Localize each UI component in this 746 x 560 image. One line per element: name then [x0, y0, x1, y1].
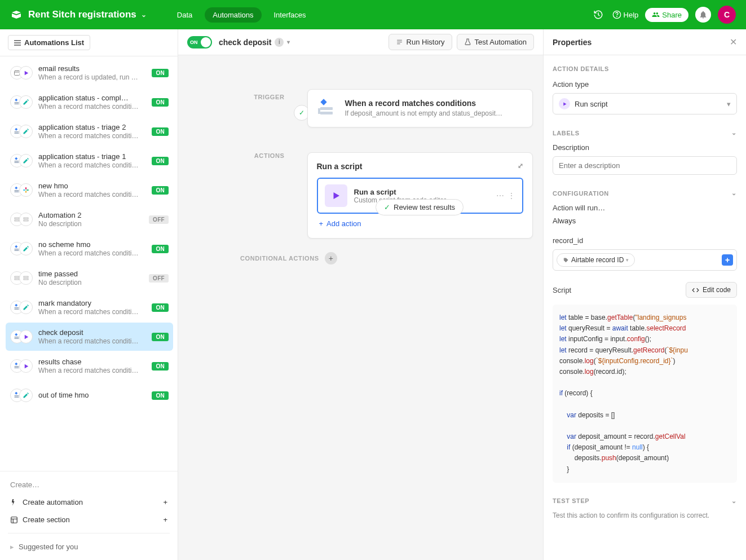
- svg-rect-41: [15, 397, 19, 398]
- trigger-card[interactable]: When a record matches conditions If depo…: [307, 89, 533, 127]
- user-avatar[interactable]: C: [718, 6, 736, 24]
- record-id-input[interactable]: Airtable record ID ▾ +: [553, 249, 737, 271]
- create-section[interactable]: Create section +: [8, 511, 170, 528]
- chevron-down-icon: ▾: [626, 257, 629, 263]
- action-group-title: Run a script: [317, 162, 363, 171]
- svg-rect-42: [11, 517, 17, 523]
- info-icon[interactable]: i: [275, 38, 284, 47]
- add-input-button[interactable]: +: [722, 254, 733, 266]
- automation-list-item[interactable]: time passed No description OFF: [6, 264, 173, 292]
- svg-rect-46: [318, 108, 320, 114]
- test-step-section[interactable]: TEST STEP⌄: [553, 497, 737, 505]
- automation-list-item[interactable]: new hmo When a record matches conditi… O…: [6, 176, 173, 204]
- automation-list-item[interactable]: no scheme hmo When a record matches cond…: [6, 235, 173, 263]
- add-conditional-button[interactable]: +: [325, 252, 337, 264]
- svg-rect-13: [15, 190, 19, 191]
- automation-icons: [10, 328, 33, 345]
- edit-code-button[interactable]: Edit code: [686, 282, 737, 298]
- automation-title: application status - compl…: [38, 94, 152, 102]
- status-badge: ON: [152, 333, 169, 341]
- svg-point-1: [616, 16, 617, 17]
- record-id-chip[interactable]: Airtable record ID ▾: [557, 253, 635, 267]
- test-automation-button[interactable]: Test Automation: [457, 34, 535, 50]
- properties-title: Properties: [553, 38, 591, 47]
- automation-list-item[interactable]: check deposit When a record matches cond…: [6, 323, 173, 351]
- automation-list-item[interactable]: email results When a record is updated, …: [6, 59, 173, 87]
- svg-rect-31: [15, 307, 19, 308]
- notifications-button[interactable]: [695, 7, 711, 23]
- automations-list-button[interactable]: Automations List: [8, 35, 90, 50]
- suggested-for-you[interactable]: ▸ Suggested for you: [8, 538, 170, 555]
- svg-rect-15: [25, 187, 27, 189]
- automation-list-item[interactable]: application status - compl… When a recor…: [6, 88, 173, 116]
- base-title[interactable]: Rent Sitch registrations⌄: [28, 9, 147, 20]
- svg-rect-12: [15, 187, 17, 189]
- nav-automations[interactable]: Automations: [205, 7, 261, 23]
- conditions-icon: [318, 99, 338, 118]
- automation-title: out of time hmo: [38, 391, 152, 399]
- automation-icons: [10, 152, 33, 169]
- svg-rect-4: [15, 102, 19, 103]
- automation-icons: [10, 64, 33, 81]
- share-button[interactable]: Share: [645, 8, 688, 22]
- automation-icons: [10, 182, 33, 199]
- status-badge: ON: [152, 98, 169, 107]
- create-link[interactable]: Create…: [8, 476, 170, 493]
- svg-rect-11: [15, 162, 19, 164]
- automation-subtitle: No description: [38, 220, 149, 228]
- automation-title: no scheme hmo: [38, 240, 152, 249]
- help-button[interactable]: Help: [612, 10, 639, 19]
- chevron-down-icon: ⌄: [141, 11, 147, 19]
- automation-title: application status - triage 2: [38, 123, 152, 131]
- step-menu-icon[interactable]: ⋯: [496, 191, 504, 200]
- svg-rect-3: [15, 99, 17, 102]
- automation-title: application status - triage 1: [38, 152, 152, 161]
- close-icon[interactable]: ✕: [730, 37, 737, 47]
- svg-rect-38: [15, 368, 19, 369]
- history-icon[interactable]: [591, 7, 606, 22]
- create-automation[interactable]: Create automation +: [8, 493, 170, 511]
- status-badge: ON: [152, 245, 169, 253]
- drag-handle-icon[interactable]: ⋮: [507, 191, 515, 200]
- step-title: Run a script: [354, 188, 489, 196]
- status-badge: ON: [152, 127, 169, 136]
- check-icon: ✓: [384, 203, 390, 211]
- svg-rect-5: [15, 104, 19, 105]
- svg-rect-29: [24, 279, 28, 280]
- automation-list-item[interactable]: out of time hmo ON: [6, 381, 173, 409]
- status-badge: ON: [152, 362, 169, 371]
- automation-list-item[interactable]: results chase When a record matches cond…: [6, 352, 173, 380]
- automation-name[interactable]: check deposit i ▾: [219, 38, 290, 47]
- automation-list-item[interactable]: mark mandatory When a record matches con…: [6, 293, 173, 321]
- description-input[interactable]: [553, 156, 737, 175]
- airtable-logo-icon[interactable]: [10, 8, 23, 21]
- description-label: Description: [553, 143, 737, 152]
- automation-toggle[interactable]: ON: [187, 36, 212, 48]
- svg-rect-34: [15, 337, 19, 338]
- nav-data[interactable]: Data: [169, 7, 200, 23]
- nav-interfaces[interactable]: Interfaces: [266, 7, 314, 23]
- add-action-button[interactable]: + Add action: [317, 214, 523, 229]
- automation-title: Automation 2: [38, 211, 149, 219]
- action-type-label: Action type: [553, 80, 737, 89]
- svg-rect-20: [15, 220, 19, 221]
- automation-title: new hmo: [38, 182, 152, 190]
- tag-icon: [563, 257, 569, 263]
- status-badge: OFF: [149, 274, 169, 283]
- configuration-section[interactable]: CONFIGURATION⌄: [553, 189, 737, 197]
- automation-list-item[interactable]: application status - triage 1 When a rec…: [6, 147, 173, 175]
- svg-rect-8: [15, 133, 19, 134]
- automation-list-item[interactable]: application status - triage 2 When a rec…: [6, 117, 173, 145]
- svg-rect-35: [15, 338, 19, 339]
- svg-rect-27: [15, 279, 19, 280]
- list-icon: [14, 40, 21, 46]
- run-history-button[interactable]: Run History: [389, 34, 452, 50]
- labels-section[interactable]: LABELS⌄: [553, 129, 737, 136]
- play-icon: [559, 98, 570, 109]
- svg-rect-18: [27, 189, 29, 191]
- collapse-icon[interactable]: ⤢: [518, 162, 523, 171]
- action-type-select[interactable]: Run script ▾: [553, 93, 737, 114]
- review-test-results[interactable]: ✓ Review test results: [376, 199, 464, 215]
- automation-list-item[interactable]: Automation 2 No description OFF: [6, 205, 173, 233]
- chevron-down-icon[interactable]: ▾: [287, 39, 290, 45]
